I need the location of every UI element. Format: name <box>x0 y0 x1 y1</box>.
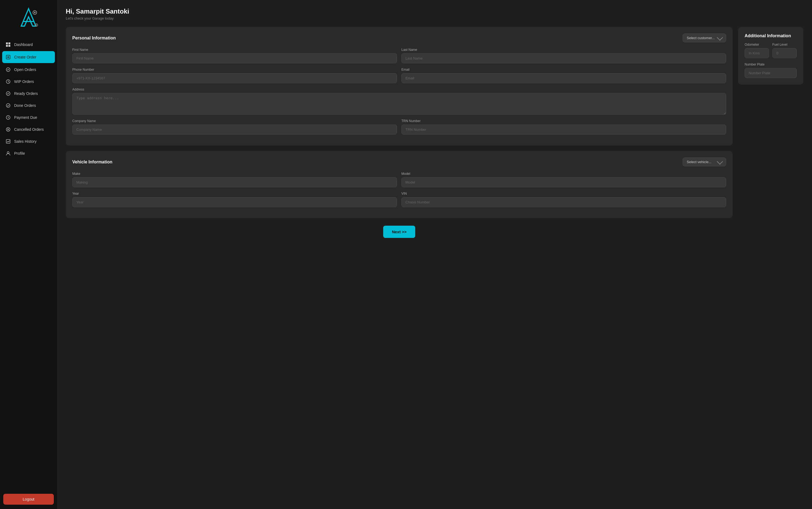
first-name-input[interactable] <box>72 53 397 63</box>
company-name-input[interactable] <box>72 125 397 135</box>
odometer-fuel-row: Odometer Fuel Level <box>745 43 797 58</box>
svg-point-14 <box>6 104 10 107</box>
select-customer-label: Select customer... <box>687 36 715 40</box>
trn-input[interactable] <box>401 125 726 135</box>
year-input[interactable] <box>72 197 397 207</box>
name-row: First Name Last Name <box>72 48 726 63</box>
sidebar-item-open-orders[interactable]: Open Orders <box>0 64 57 76</box>
sales-history-icon <box>5 139 11 144</box>
personal-info-title: Personal Information <box>72 36 116 40</box>
svg-rect-7 <box>8 42 10 44</box>
make-label: Make <box>72 172 397 176</box>
sidebar-item-sales-history[interactable]: Sales History <box>0 135 57 147</box>
sidebar-label-create-order: Create Order <box>14 55 36 59</box>
model-input[interactable] <box>401 177 726 187</box>
contact-row: Phone Number Email <box>72 68 726 83</box>
odometer-input[interactable] <box>745 48 769 58</box>
svg-point-3 <box>34 12 36 13</box>
app-logo <box>16 6 41 31</box>
dashboard-icon <box>5 42 11 47</box>
last-name-label: Last Name <box>401 48 726 52</box>
page-title: Hi, Samarpit Santoki <box>66 8 803 15</box>
sidebar-item-create-order[interactable]: Create Order <box>2 51 55 63</box>
make-input[interactable] <box>72 177 397 187</box>
vehicle-chevron-down-icon <box>717 158 723 165</box>
sidebar-item-wip-orders[interactable]: WIP Orders <box>0 76 57 88</box>
wip-orders-icon <box>5 79 11 84</box>
sidebar-label-profile: Profile <box>14 151 25 156</box>
sidebar-label-ready-orders: Ready Orders <box>14 91 38 96</box>
year-label: Year <box>72 192 397 196</box>
select-vehicle-dropdown[interactable]: Select vehicle... <box>682 158 726 166</box>
forms-column: Personal Information Select customer... … <box>66 27 733 238</box>
number-plate-label: Number Plate <box>745 63 797 66</box>
odometer-field: Odometer <box>745 43 769 58</box>
page-subtitle: Let's check your Garage today <box>66 16 803 21</box>
sidebar-label-wip-orders: WIP Orders <box>14 79 34 84</box>
sidebar-item-done-orders[interactable]: Done Orders <box>0 100 57 111</box>
main-content: Hi, Samarpit Santoki Let's check your Ga… <box>57 0 812 509</box>
year-field: Year <box>72 192 397 207</box>
vehicle-info-header: Vehicle Information Select vehicle... <box>72 158 726 166</box>
vin-label: VIN <box>401 192 726 196</box>
sidebar-nav: Dashboard Create Order Open Orders WIP O… <box>0 36 57 489</box>
chevron-down-icon <box>717 34 723 40</box>
fuel-level-input[interactable] <box>772 48 797 58</box>
select-customer-dropdown[interactable]: Select customer... <box>682 33 726 42</box>
svg-rect-9 <box>8 45 10 47</box>
additional-information-card: Additional Information Odometer Fuel Lev… <box>738 27 803 84</box>
phone-label: Phone Number <box>72 68 397 71</box>
phone-field: Phone Number <box>72 68 397 83</box>
model-field: Model <box>401 172 726 187</box>
company-row: Company Name TRN Number <box>72 119 726 135</box>
fuel-level-field: Fuel Level <box>772 43 797 58</box>
vin-input[interactable] <box>401 197 726 207</box>
sidebar: Dashboard Create Order Open Orders WIP O… <box>0 0 57 509</box>
vehicle-information-card: Vehicle Information Select vehicle... Ma… <box>66 151 733 218</box>
profile-icon <box>5 150 11 156</box>
sidebar-label-cancelled-orders: Cancelled Orders <box>14 127 44 132</box>
sidebar-item-payment-due[interactable]: Payment Due <box>0 111 57 124</box>
phone-input[interactable] <box>72 73 397 83</box>
address-row: Address <box>72 88 726 115</box>
sidebar-item-dashboard[interactable]: Dashboard <box>0 39 57 50</box>
year-vin-row: Year VIN <box>72 192 726 207</box>
sidebar-label-payment-due: Payment Due <box>14 115 37 120</box>
company-name-label: Company Name <box>72 119 397 123</box>
number-plate-input[interactable] <box>745 68 797 78</box>
odometer-label: Odometer <box>745 43 769 46</box>
next-button-container: Next >> <box>66 226 733 238</box>
done-orders-icon <box>5 103 11 108</box>
sidebar-item-ready-orders[interactable]: Ready Orders <box>0 88 57 100</box>
sidebar-label-dashboard: Dashboard <box>14 42 33 47</box>
sidebar-item-profile[interactable]: Profile <box>0 147 57 159</box>
sidebar-item-cancelled-orders[interactable]: Cancelled Orders <box>0 124 57 135</box>
svg-rect-8 <box>6 45 8 47</box>
content-layout: Personal Information Select customer... … <box>66 27 803 238</box>
model-label: Model <box>401 172 726 176</box>
select-vehicle-label: Select vehicle... <box>687 160 711 164</box>
last-name-field: Last Name <box>401 48 726 63</box>
next-button[interactable]: Next >> <box>383 226 415 238</box>
number-plate-field: Number Plate <box>745 63 797 78</box>
fuel-level-label: Fuel Level <box>772 43 797 46</box>
first-name-field: First Name <box>72 48 397 63</box>
payment-due-icon <box>5 115 11 120</box>
logout-container: Logout <box>0 489 57 509</box>
page-header: Hi, Samarpit Santoki Let's check your Ga… <box>66 8 803 21</box>
make-field: Make <box>72 172 397 187</box>
logout-button[interactable]: Logout <box>3 494 54 505</box>
address-field: Address <box>72 88 726 115</box>
cancelled-orders-icon <box>5 127 11 132</box>
sidebar-label-open-orders: Open Orders <box>14 67 36 72</box>
email-input[interactable] <box>401 73 726 83</box>
personal-info-header: Personal Information Select customer... <box>72 33 726 42</box>
email-field: Email <box>401 68 726 83</box>
vin-field: VIN <box>401 192 726 207</box>
last-name-input[interactable] <box>401 53 726 63</box>
address-input[interactable] <box>72 93 726 115</box>
create-order-icon <box>5 55 11 60</box>
personal-information-card: Personal Information Select customer... … <box>66 27 733 145</box>
svg-point-5 <box>36 25 37 26</box>
vehicle-info-title: Vehicle Information <box>72 160 112 165</box>
